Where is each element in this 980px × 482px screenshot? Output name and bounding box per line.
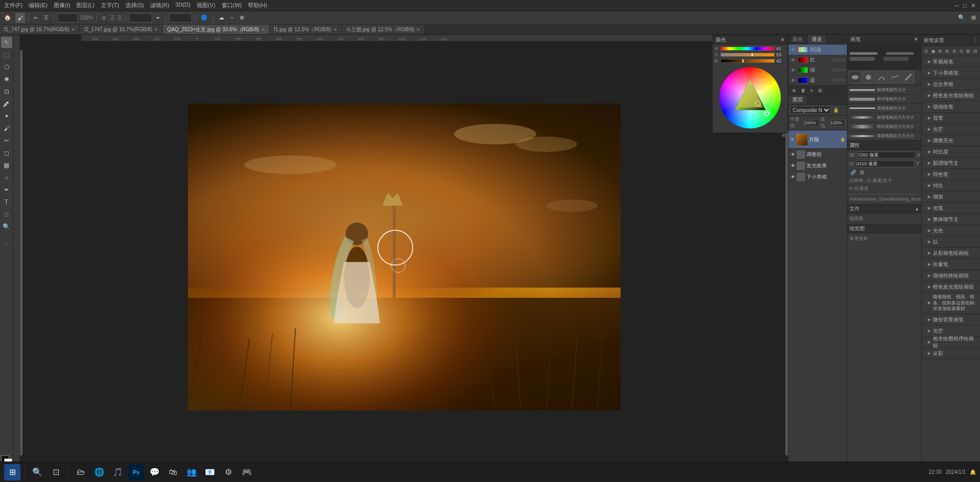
brush-filter-8[interactable]: ⊟ bbox=[972, 48, 978, 55]
tab-qaq[interactable]: QAQ_2923+生至.jpg @ 33.6%（RGB/8) ✕ bbox=[163, 25, 269, 35]
zoom-input[interactable]: 100% bbox=[57, 13, 78, 23]
channel-opts-icon[interactable]: ≡ bbox=[808, 87, 815, 94]
eye-icon-b[interactable]: 👁 bbox=[791, 78, 796, 83]
eye-icon-r[interactable]: 👁 bbox=[791, 57, 796, 63]
canvas-image[interactable] bbox=[188, 103, 621, 410]
close-btn[interactable]: ✕ bbox=[971, 2, 976, 9]
brush-named-5[interactable]: 样式笔刷压力方大小 bbox=[847, 122, 921, 132]
brush-category-4[interactable]: ▶ 橙色发光笔绘画组 bbox=[922, 90, 980, 101]
brush-icon-1[interactable] bbox=[849, 71, 861, 83]
brush-category-18[interactable]: ▶ 从彩画笔绘画组 bbox=[922, 248, 980, 259]
brush-icon-4[interactable] bbox=[889, 71, 901, 83]
b-slider[interactable] bbox=[720, 59, 775, 63]
brush-icon-2[interactable] bbox=[862, 71, 875, 83]
minimize-btn[interactable]: ─ bbox=[954, 2, 959, 9]
brush-category-2[interactable]: ▶ 下小养殖笔 bbox=[922, 68, 980, 79]
brush-category-7[interactable]: ▶ 光芒 bbox=[922, 124, 980, 135]
taskbar-music[interactable]: 🎵 bbox=[110, 464, 126, 480]
color-panel-close[interactable]: ✕ bbox=[780, 37, 784, 42]
move-tool[interactable]: ↖ bbox=[1, 37, 12, 48]
tab-layers[interactable]: 图层 bbox=[789, 95, 807, 104]
menu-help[interactable]: 帮助(H) bbox=[248, 2, 267, 9]
taskbar-start[interactable]: ⊞ bbox=[4, 464, 20, 480]
taskbar-settings[interactable]: ⚙ bbox=[220, 464, 237, 480]
brush-category-5[interactable]: ▶ 场地绘笔 bbox=[922, 101, 980, 113]
tab-splanjpg[interactable]: 斗兰图.jpg @ 12.5%（RGB/8) ✕ bbox=[342, 25, 425, 35]
menu-layer[interactable]: 图层(L) bbox=[76, 2, 94, 9]
flow-input[interactable]: 0% bbox=[169, 13, 192, 23]
taskbar-extra[interactable]: 🎮 bbox=[239, 464, 255, 480]
menu-text[interactable]: 文字(T) bbox=[101, 2, 119, 9]
brush-category-6[interactable]: ▶ 背景 bbox=[922, 113, 980, 124]
channel-rgb[interactable]: 👁 RGB Ctrl+2 bbox=[789, 45, 847, 55]
brush-category-16[interactable]: ▶ 光色 bbox=[922, 225, 980, 236]
brush-named-4[interactable]: 标准笔刷压力方大小 bbox=[847, 113, 921, 122]
file-section-header[interactable]: 文件 ▲ bbox=[847, 204, 921, 213]
pen-size-btn[interactable]: ✒ bbox=[154, 13, 162, 23]
brush-category-23[interactable]: ▶ 微创背景画笔 bbox=[922, 314, 980, 325]
smudge-btn[interactable]: 🔵 bbox=[199, 13, 210, 23]
taskbar-explorer[interactable]: 🗁 bbox=[73, 464, 89, 480]
brush-filter-6[interactable]: ⊝ bbox=[958, 48, 965, 55]
channel-red[interactable]: 👁 红 Ctrl+3 bbox=[789, 55, 847, 65]
brush-category-3[interactable]: ▶ 总合养殖 bbox=[922, 79, 980, 90]
layer-item-3[interactable]: 👁 下小养殖 bbox=[789, 171, 847, 183]
add-channel-icon[interactable]: ⊕ bbox=[791, 87, 798, 94]
layer-eye-icon[interactable]: 👁 bbox=[790, 137, 795, 142]
eyedropper-tool[interactable]: 💉 bbox=[1, 98, 12, 109]
brush-filter-1[interactable]: ⊙ bbox=[923, 48, 929, 55]
channel-green[interactable]: 👁 绿 Ctrl+4 bbox=[789, 65, 847, 75]
shape-tool[interactable]: □ bbox=[1, 209, 12, 220]
taskbar-store[interactable]: 🛍 bbox=[165, 464, 181, 480]
tool-option2[interactable]: 正 bbox=[42, 13, 51, 23]
layer-eye-1[interactable]: 👁 bbox=[791, 152, 795, 157]
opacity-input-layers[interactable] bbox=[804, 120, 819, 126]
h-slider[interactable] bbox=[720, 47, 775, 51]
thumbnail-header[interactable]: 缩览图 bbox=[847, 224, 921, 233]
arrange-btn[interactable]: ⊞ bbox=[969, 13, 978, 23]
brush-category-9[interactable]: ▶ 对比度 bbox=[922, 146, 980, 158]
lock-icon[interactable]: 🔒 bbox=[832, 106, 839, 114]
close-tab-4[interactable]: ✕ bbox=[416, 27, 420, 32]
smoothing-btn[interactable]: ~ bbox=[228, 13, 236, 23]
symmetry-btn[interactable]: ⊕ bbox=[238, 13, 246, 23]
s-slider[interactable] bbox=[720, 53, 775, 57]
menu-edit[interactable]: 编辑(E) bbox=[29, 2, 48, 9]
brushes-panel-close[interactable]: ✕ bbox=[914, 36, 918, 42]
canvas-wrapper[interactable] bbox=[23, 47, 785, 467]
color-wheel[interactable] bbox=[719, 67, 781, 128]
brush-category-25[interactable]: ▶ 相关绘图程序绘画组 bbox=[922, 337, 980, 348]
brush-category-14[interactable]: ▶ 光笔 bbox=[922, 203, 980, 214]
tray-notification[interactable]: 🔔 bbox=[970, 469, 976, 475]
layer-item-active[interactable]: 👁 片段 🔒 bbox=[789, 130, 847, 149]
blend-mode-select[interactable]: Composite Nation 正常 叠加 滤色 bbox=[790, 106, 831, 114]
merge-channel-icon[interactable]: ⊞ bbox=[817, 87, 824, 94]
brush-named-1[interactable]: 标准笔刷方大小 bbox=[847, 85, 921, 95]
brush-named-6[interactable]: 英雄笔刷压力方大小 bbox=[847, 132, 921, 140]
brush-category-20[interactable]: ▶ 场地特效绘画组 bbox=[922, 270, 980, 281]
brush-tool[interactable]: 🖌 bbox=[15, 13, 25, 23]
brush-category-26[interactable]: ▶ 从彩 bbox=[922, 348, 980, 359]
delete-channel-icon[interactable]: 🗑 bbox=[799, 87, 806, 94]
opacity-input[interactable]: 100% bbox=[129, 13, 152, 23]
eye-icon[interactable]: 👁 bbox=[791, 47, 796, 53]
layer-item-1[interactable]: 👁 调整组 bbox=[789, 149, 847, 160]
tool-option1[interactable]: ✏ bbox=[32, 13, 40, 23]
tab-f1jpg[interactable]: f1.jpg @ 12.5%（RGB/8) ✕ bbox=[270, 25, 342, 35]
tab-color[interactable]: 颜色 bbox=[789, 35, 807, 44]
layer-eye-3[interactable]: 👁 bbox=[791, 174, 795, 180]
clone-tool[interactable]: ✂ bbox=[1, 135, 12, 146]
brush-category-1[interactable]: ▶ 常规画笔 bbox=[922, 56, 980, 68]
taskbar-ps[interactable]: Ps bbox=[128, 464, 144, 480]
crop-tool[interactable]: ⊡ bbox=[1, 86, 12, 97]
brush-icon-3[interactable] bbox=[876, 71, 888, 83]
brush-named-2[interactable]: 样式笔刷方大小 bbox=[847, 95, 921, 104]
taskbar-mail[interactable]: 📧 bbox=[202, 464, 218, 480]
pen-tool[interactable]: ✒ bbox=[1, 184, 12, 195]
menu-view[interactable]: 视图(V) bbox=[197, 2, 216, 9]
zoom-tool-left[interactable]: 🔍 bbox=[1, 221, 12, 232]
home-tool[interactable]: 🏠 bbox=[2, 13, 13, 23]
brush-category-17[interactable]: ▶ 以 bbox=[922, 236, 980, 248]
brush-category-8[interactable]: ▶ 调整亮光 bbox=[922, 135, 980, 146]
taskbar-browser[interactable]: 🌐 bbox=[91, 464, 108, 480]
